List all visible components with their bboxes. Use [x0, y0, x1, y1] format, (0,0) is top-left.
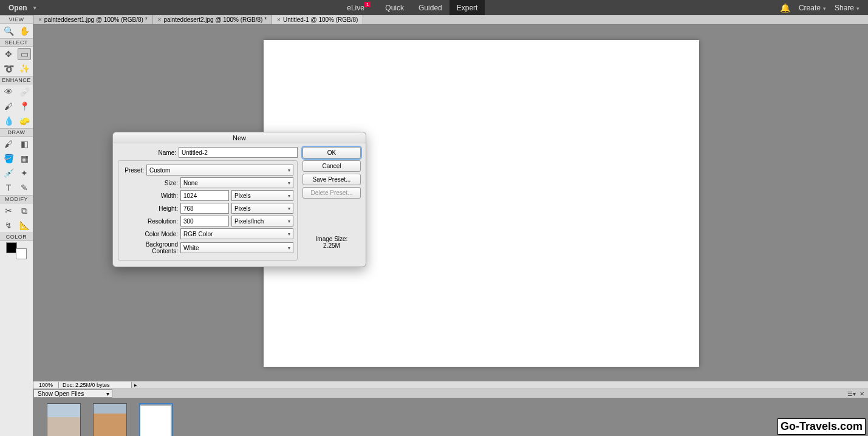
create-menu[interactable]: Create	[799, 4, 826, 12]
doc-tab-2[interactable]: ×painteddesert2.jpg @ 100% (RGB/8) *	[153, 15, 273, 24]
canvas-area[interactable]: New Name: Preset: Custom	[33, 25, 868, 381]
bg-contents-dropdown[interactable]: White	[180, 242, 293, 253]
zoom-tool-icon[interactable]: 🔍	[2, 25, 15, 37]
open-files-bar: Show Open Files▾ ☰▾ ✕	[33, 389, 868, 398]
move-tool-icon[interactable]: ✥	[2, 48, 15, 60]
tools-enhance-header: ENHANCE	[0, 76, 33, 84]
width-unit-dropdown[interactable]: Pixels	[231, 190, 293, 201]
dialog-title: New	[113, 132, 366, 143]
size-label: Size:	[120, 180, 178, 186]
resolution-input[interactable]	[180, 216, 229, 227]
thumbnail-2[interactable]	[93, 403, 127, 436]
new-document-dialog: New Name: Preset: Custom	[112, 132, 366, 267]
width-input[interactable]	[180, 190, 229, 201]
save-preset-button[interactable]: Save Preset...	[302, 174, 361, 185]
straighten-tool-icon[interactable]: 📐	[18, 219, 31, 231]
pencil-tool-icon[interactable]: ✎	[18, 182, 31, 194]
mode-expert[interactable]: Expert	[449, 0, 485, 15]
color-mode-dropdown[interactable]: RGB Color	[180, 228, 293, 239]
crop-tool-icon[interactable]: ✂	[2, 205, 15, 217]
brush-tool-icon[interactable]: 🖌	[2, 138, 15, 150]
tools-modify-header: MODIFY	[0, 195, 33, 203]
mode-guided[interactable]: Guided	[411, 0, 449, 15]
status-popup-icon[interactable]: ▸	[132, 382, 140, 388]
resolution-label: Resolution:	[120, 218, 178, 225]
preset-dropdown[interactable]: Custom	[146, 165, 293, 175]
delete-preset-button: Delete Preset...	[302, 187, 361, 199]
status-bar: 100% Doc: 2.25M/0 bytes ▸	[33, 381, 868, 389]
eyedropper-tool-icon[interactable]: 💉	[2, 167, 15, 179]
shape-tool-icon[interactable]: ✦	[18, 167, 31, 179]
height-unit-dropdown[interactable]: Pixels	[231, 203, 293, 214]
close-icon[interactable]: ×	[277, 16, 281, 23]
lasso-tool-icon[interactable]: ➰	[2, 63, 15, 75]
cancel-button[interactable]: Cancel	[302, 160, 361, 172]
marquee-tool-icon[interactable]: ▭	[18, 48, 31, 60]
name-label: Name:	[118, 149, 176, 156]
watermark: Go-Travels.com	[777, 418, 866, 435]
color-swatches[interactable]	[6, 242, 27, 259]
paint-bucket-tool-icon[interactable]: 🪣	[2, 152, 15, 165]
smart-brush-tool-icon[interactable]: 🖌	[2, 100, 15, 112]
clone-stamp-tool-icon[interactable]: 📍	[18, 100, 31, 112]
hand-tool-icon[interactable]: ✋	[18, 25, 31, 37]
panel-close-icon[interactable]: ✕	[859, 390, 864, 397]
bg-contents-label: Background Contents:	[120, 241, 178, 254]
panel-layout-icon[interactable]: ☰▾	[847, 390, 856, 397]
height-input[interactable]	[180, 203, 229, 214]
tools-panel: VIEW 🔍✋ SELECT ✥▭ ➰✨ ENHANCE 👁🩹 🖌📍 💧🧽 DR…	[0, 15, 33, 436]
resolution-unit-dropdown[interactable]: Pixels/Inch	[231, 216, 293, 227]
top-menu-bar: Open eLive1 Quick Guided Expert 🔔 Create…	[0, 0, 868, 15]
share-menu[interactable]: Share	[835, 4, 859, 12]
tools-view-header: VIEW	[0, 15, 33, 24]
elive-badge: 1	[364, 2, 371, 7]
height-label: Height:	[120, 205, 178, 212]
doc-size: Doc: 2.25M/0 bytes	[59, 382, 132, 388]
content-aware-tool-icon[interactable]: ↯	[2, 219, 15, 231]
show-open-files-dropdown[interactable]: Show Open Files▾	[33, 389, 112, 398]
recompose-tool-icon[interactable]: ⧉	[18, 205, 31, 217]
eraser-tool-icon[interactable]: ◧	[18, 138, 31, 150]
image-size-label: Image Size:	[302, 236, 361, 242]
ok-button[interactable]: OK	[302, 147, 361, 158]
tools-draw-header: DRAW	[0, 128, 33, 137]
mode-quick[interactable]: Quick	[378, 0, 411, 15]
text-tool-icon[interactable]: T	[2, 182, 15, 194]
width-label: Width:	[120, 192, 178, 199]
open-menu[interactable]: Open	[0, 4, 45, 12]
redeye-tool-icon[interactable]: 👁	[2, 86, 15, 98]
open-files-thumbnails	[33, 398, 868, 436]
notifications-icon[interactable]: 🔔	[780, 3, 790, 13]
close-icon[interactable]: ×	[158, 16, 162, 23]
color-mode-label: Color Mode:	[120, 231, 178, 237]
doc-tab-3[interactable]: ×Untitled-1 @ 100% (RGB/8)	[272, 15, 363, 24]
close-icon[interactable]: ×	[38, 16, 42, 23]
thumbnail-1[interactable]	[47, 403, 81, 436]
name-input[interactable]	[179, 147, 298, 158]
magic-wand-tool-icon[interactable]: ✨	[18, 63, 31, 75]
mode-elive[interactable]: eLive1	[340, 0, 378, 15]
thumbnail-3[interactable]	[139, 403, 173, 436]
sponge-tool-icon[interactable]: 🧽	[18, 115, 31, 127]
document-tabs: ×painteddesert1.jpg @ 100% (RGB/8) * ×pa…	[33, 15, 868, 25]
blur-tool-icon[interactable]: 💧	[2, 115, 15, 127]
zoom-value[interactable]: 100%	[33, 382, 59, 388]
healing-tool-icon[interactable]: 🩹	[18, 86, 31, 98]
tools-select-header: SELECT	[0, 38, 33, 47]
gradient-tool-icon[interactable]: ▦	[18, 152, 31, 165]
preset-label: Preset:	[120, 167, 144, 174]
doc-tab-1[interactable]: ×painteddesert1.jpg @ 100% (RGB/8) *	[33, 15, 153, 24]
tools-color-header: COLOR	[0, 233, 33, 241]
image-size-value: 2.25M	[302, 242, 361, 249]
size-dropdown[interactable]: None	[180, 177, 293, 188]
